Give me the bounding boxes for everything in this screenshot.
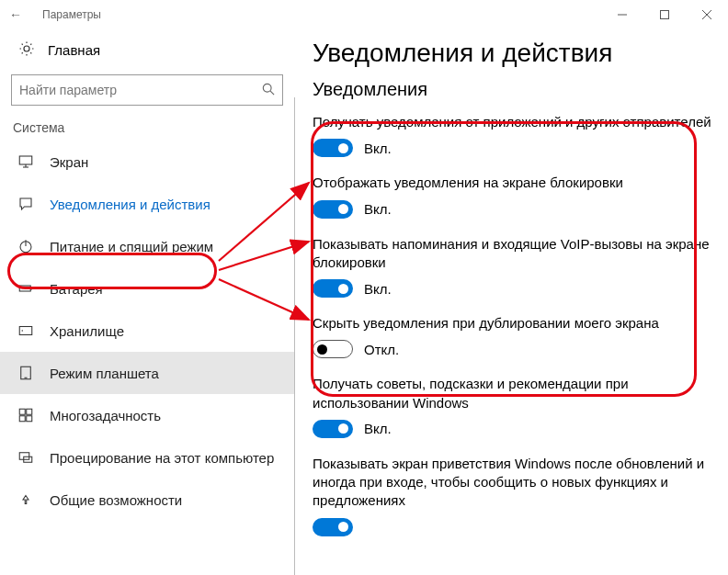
- home-link[interactable]: Главная: [0, 29, 294, 67]
- search-input[interactable]: Найти параметр: [11, 74, 283, 106]
- sidebar-item-battery[interactable]: Батарея: [0, 267, 294, 310]
- sidebar-item-label: Батарея: [50, 281, 103, 297]
- svg-rect-20: [27, 416, 32, 422]
- toggle-switch[interactable]: [313, 139, 353, 157]
- power-icon: [17, 238, 35, 254]
- setting-row: Скрыть уведомления при дублировании моег…: [313, 314, 717, 358]
- svg-rect-1: [661, 11, 669, 19]
- pane-divider: [294, 97, 295, 575]
- close-button[interactable]: [686, 0, 728, 29]
- setting-row: Получать уведомления от приложений и дру…: [313, 113, 717, 157]
- tablet-icon: [17, 365, 35, 381]
- project-icon: [17, 449, 35, 466]
- setting-row: Получать советы, подсказки и рекомендаци…: [313, 375, 717, 438]
- setting-label: Получать советы, подсказки и рекомендаци…: [313, 375, 717, 412]
- toggle-switch[interactable]: [313, 420, 353, 438]
- sidebar-item-shared[interactable]: Общие возможности: [0, 479, 294, 521]
- shared-icon: [17, 491, 35, 508]
- sidebar-item-label: Проецирование на этот компьютер: [50, 450, 274, 466]
- setting-row: Показывать напоминания и входящие VoIP-в…: [313, 235, 717, 299]
- sidebar-item-project[interactable]: Проецирование на этот компьютер: [0, 436, 294, 479]
- toggle-state: Вкл.: [364, 421, 392, 436]
- left-pane: Главная Найти параметр Система ЭкранУвед…: [0, 29, 294, 575]
- sidebar-item-label: Общие возможности: [50, 492, 182, 508]
- sidebar-item-label: Многозадачность: [50, 408, 161, 423]
- sidebar-item-label: Экран: [50, 154, 88, 170]
- section-heading: Система: [0, 120, 294, 141]
- svg-rect-19: [19, 416, 25, 422]
- sidebar-item-notify[interactable]: Уведомления и действия: [0, 183, 294, 225]
- window-title: Параметры: [42, 8, 101, 21]
- sidebar-item-monitor[interactable]: Экран: [0, 141, 294, 183]
- sidebar-item-label: Питание и спящий режим: [50, 239, 213, 254]
- gear-icon: [18, 40, 35, 60]
- setting-row: Показывать экран приветствия Windows пос…: [313, 455, 717, 536]
- toggle-switch[interactable]: [313, 200, 353, 219]
- battery-icon: [17, 280, 35, 297]
- setting-row: Отображать уведомления на экране блокиро…: [313, 174, 717, 218]
- toggle-switch[interactable]: [313, 279, 353, 298]
- search-icon: [262, 83, 275, 98]
- storage-icon: [17, 322, 35, 339]
- sidebar-item-storage[interactable]: Хранилище: [0, 310, 294, 352]
- svg-rect-12: [30, 288, 32, 290]
- monitor-icon: [17, 153, 35, 170]
- svg-rect-13: [19, 327, 32, 335]
- sidebar-item-label: Уведомления и действия: [50, 197, 210, 212]
- notify-icon: [17, 196, 35, 212]
- multi-icon: [17, 407, 35, 423]
- setting-label: Скрыть уведомления при дублировании моег…: [313, 314, 717, 333]
- titlebar: ← Параметры: [0, 0, 728, 29]
- setting-label: Показывать экран приветствия Windows пос…: [313, 455, 717, 511]
- setting-label: Показывать напоминания и входящие VoIP-в…: [313, 235, 717, 273]
- home-label: Главная: [48, 42, 100, 58]
- svg-rect-18: [27, 409, 32, 414]
- maximize-button[interactable]: [643, 0, 686, 29]
- toggle-switch[interactable]: [313, 518, 353, 536]
- svg-rect-11: [19, 286, 30, 291]
- svg-rect-6: [19, 156, 32, 164]
- back-button[interactable]: ←: [9, 7, 42, 22]
- setting-label: Получать уведомления от приложений и дру…: [313, 113, 717, 131]
- svg-rect-21: [19, 453, 29, 460]
- sidebar-item-multi[interactable]: Многозадачность: [0, 394, 294, 436]
- search-placeholder: Найти параметр: [19, 83, 262, 97]
- toggle-state: Откл.: [364, 342, 399, 357]
- toggle-state: Вкл.: [364, 201, 392, 217]
- svg-point-4: [263, 84, 271, 92]
- page-subheading: Уведомления: [313, 79, 717, 100]
- svg-point-14: [22, 330, 24, 332]
- sidebar-item-power[interactable]: Питание и спящий режим: [0, 225, 294, 267]
- sidebar-item-label: Хранилище: [50, 323, 124, 339]
- toggle-state: Вкл.: [364, 141, 392, 156]
- svg-rect-17: [19, 409, 25, 414]
- minimize-button[interactable]: [601, 0, 643, 29]
- setting-label: Отображать уведомления на экране блокиро…: [313, 174, 717, 192]
- right-pane: Уведомления и действия Уведомления Получ…: [294, 29, 728, 575]
- sidebar-item-tablet[interactable]: Режим планшета: [0, 352, 294, 394]
- sidebar-item-label: Режим планшета: [50, 366, 159, 381]
- toggle-state: Вкл.: [364, 281, 392, 297]
- svg-line-5: [270, 91, 274, 95]
- toggle-switch[interactable]: [313, 340, 353, 358]
- page-title: Уведомления и действия: [313, 39, 717, 68]
